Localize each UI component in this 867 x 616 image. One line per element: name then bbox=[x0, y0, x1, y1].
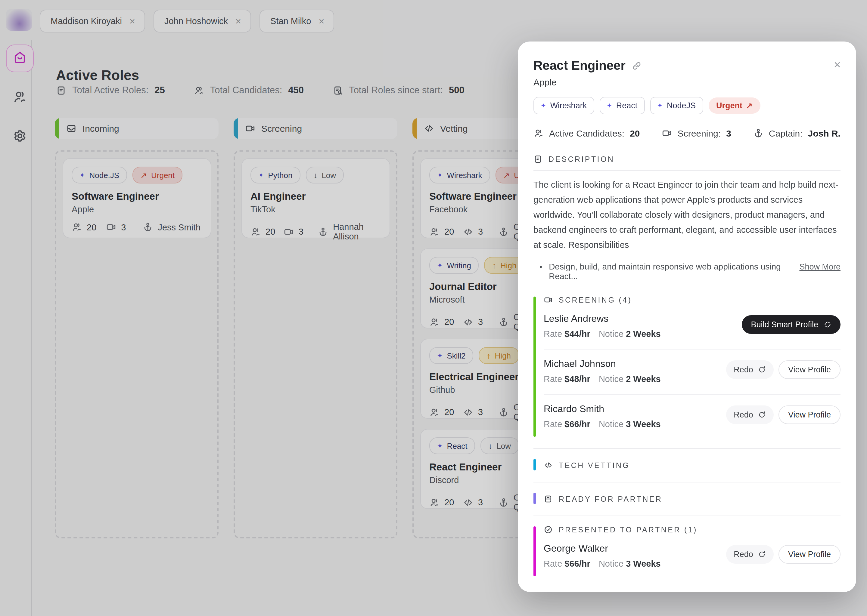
stat-screening: Screening: 3 bbox=[662, 128, 731, 138]
rate-value: $44/hr bbox=[564, 329, 590, 339]
section-ready-for-partner: READY FOR PARTNER bbox=[533, 492, 840, 506]
anchor-icon bbox=[753, 128, 763, 138]
section-heading: PRESENTED TO PARTNER (1) bbox=[559, 525, 698, 534]
candidate-rate-line: Rate $44/hr Notice 2 Weeks bbox=[544, 329, 661, 339]
candidate-actions: Build Smart Profile bbox=[742, 315, 840, 334]
candidate-row: George Walker Rate $66/hr Notice 3 Weeks… bbox=[544, 534, 840, 579]
rate-label: Rate bbox=[544, 329, 562, 339]
notice-label: Notice bbox=[599, 559, 623, 569]
section-header: PRESENTED TO PARTNER (1) bbox=[544, 525, 840, 534]
candidate-actions: Redo View Profile bbox=[726, 545, 840, 564]
check-circle-icon bbox=[544, 525, 553, 534]
sparkle-icon: ✦ bbox=[541, 102, 546, 109]
notice-label: Notice bbox=[599, 329, 623, 339]
section-heading: DESCRIPTION bbox=[549, 155, 615, 163]
candidate-row: Leslie Andrews Rate $44/hr Notice 2 Week… bbox=[544, 304, 840, 349]
close-icon[interactable]: ✕ bbox=[834, 60, 841, 71]
divider bbox=[533, 482, 840, 482]
view-profile-button[interactable]: View Profile bbox=[779, 405, 840, 424]
candidate-rate-line: Rate $48/hr Notice 2 Weeks bbox=[544, 374, 661, 384]
section-tech-vetting: TECH VETTING bbox=[533, 458, 840, 473]
redo-icon bbox=[758, 411, 766, 419]
stat-label: Captain: bbox=[769, 128, 802, 138]
build-smart-profile-button[interactable]: Build Smart Profile bbox=[742, 315, 840, 334]
skill-tag: ✦NodeJS bbox=[650, 97, 703, 114]
redo-button[interactable]: Redo bbox=[726, 405, 774, 424]
redo-icon bbox=[758, 550, 766, 558]
redo-icon bbox=[758, 366, 766, 374]
redo-button[interactable]: Redo bbox=[726, 545, 774, 564]
pipeline-sections: SCREENING (4) Leslie Andrews Rate $44/hr… bbox=[533, 295, 840, 588]
button-label: Build Smart Profile bbox=[751, 320, 818, 329]
redo-button[interactable]: Redo bbox=[726, 360, 774, 379]
description-bullet: • Design, build, and maintain responsive… bbox=[533, 262, 840, 281]
divider bbox=[533, 515, 840, 516]
sparkle-icon: ✦ bbox=[657, 102, 663, 109]
arrow-up-right-icon: ↗ bbox=[746, 102, 753, 110]
stat-value: 3 bbox=[726, 128, 731, 138]
candidate-actions: Redo View Profile bbox=[726, 405, 840, 424]
server-icon bbox=[544, 495, 553, 503]
description-header: DESCRIPTION bbox=[533, 155, 840, 163]
divider bbox=[533, 170, 840, 171]
rate-label: Rate bbox=[544, 419, 562, 429]
notice-label: Notice bbox=[599, 374, 623, 384]
bullet-icon: • bbox=[539, 262, 542, 271]
button-label: View Profile bbox=[788, 365, 831, 374]
section-heading: SCREENING (4) bbox=[559, 295, 632, 304]
spinner-icon bbox=[824, 321, 831, 328]
rate-label: Rate bbox=[544, 559, 562, 569]
candidate-row: Ricardo Smith Rate $66/hr Notice 3 Weeks… bbox=[544, 394, 840, 439]
candidate-name: Michael Johnson bbox=[544, 358, 661, 369]
video-icon bbox=[544, 295, 553, 304]
document-icon bbox=[533, 155, 542, 163]
notice-value: 3 Weeks bbox=[626, 559, 661, 569]
skill-tag: ✦React bbox=[599, 97, 645, 114]
video-icon bbox=[662, 128, 672, 138]
link-icon[interactable] bbox=[632, 60, 642, 71]
panel-company: Apple bbox=[533, 77, 840, 87]
priority-tag: Urgent↗ bbox=[708, 97, 760, 114]
section-presented-to-partner: PRESENTED TO PARTNER (1) George Walker R… bbox=[533, 525, 840, 579]
role-detail-panel: React Engineer ✕ Apple ✦Wireshark ✦React… bbox=[518, 41, 856, 592]
candidate-rate-line: Rate $66/hr Notice 3 Weeks bbox=[544, 559, 661, 569]
candidate-rate-line: Rate $66/hr Notice 3 Weeks bbox=[544, 419, 661, 429]
notice-value: 3 Weeks bbox=[626, 419, 661, 429]
divider bbox=[533, 588, 840, 588]
button-label: View Profile bbox=[788, 550, 831, 559]
button-label: Redo bbox=[734, 410, 753, 419]
skill-tag-label: NodeJS bbox=[667, 101, 696, 110]
show-more-link[interactable]: Show More bbox=[799, 262, 840, 271]
candidate-actions: Redo View Profile bbox=[726, 360, 840, 379]
people-icon bbox=[533, 128, 544, 138]
button-label: Redo bbox=[734, 550, 753, 559]
stat-label: Screening: bbox=[678, 128, 721, 138]
view-profile-button[interactable]: View Profile bbox=[779, 545, 840, 564]
notice-value: 2 Weeks bbox=[626, 329, 661, 339]
notice-label: Notice bbox=[599, 419, 623, 429]
section-header: READY FOR PARTNER bbox=[544, 495, 840, 503]
bullet-text: Design, build, and maintain responsive w… bbox=[549, 262, 792, 281]
view-profile-button[interactable]: View Profile bbox=[779, 360, 840, 379]
candidate-name: George Walker bbox=[544, 543, 661, 554]
divider bbox=[533, 448, 840, 449]
button-label: Redo bbox=[734, 365, 753, 374]
description-section: DESCRIPTION The client is looking for a … bbox=[533, 155, 840, 281]
skill-tag-label: Wireshark bbox=[550, 101, 587, 110]
section-heading: TECH VETTING bbox=[559, 461, 630, 470]
section-screening: SCREENING (4) Leslie Andrews Rate $44/hr… bbox=[533, 295, 840, 439]
candidate-name: Ricardo Smith bbox=[544, 404, 661, 415]
section-header: TECH VETTING bbox=[544, 461, 840, 470]
stat-value: 20 bbox=[630, 128, 640, 138]
button-label: View Profile bbox=[788, 410, 831, 419]
panel-title: React Engineer bbox=[533, 58, 626, 73]
sparkle-icon: ✦ bbox=[607, 102, 612, 109]
app-root: Maddison Kiroyaki ✕ John Hoshowick ✕ Sta… bbox=[0, 0, 867, 616]
skill-tag: ✦Wireshark bbox=[533, 97, 594, 114]
stat-value: Josh R. bbox=[808, 128, 840, 138]
rate-value: $66/hr bbox=[564, 559, 590, 569]
stat-label: Active Candidates: bbox=[549, 128, 624, 138]
stat-active-candidates: Active Candidates: 20 bbox=[533, 128, 640, 138]
priority-tag-label: Urgent bbox=[716, 101, 742, 110]
rate-value: $48/hr bbox=[564, 374, 590, 384]
